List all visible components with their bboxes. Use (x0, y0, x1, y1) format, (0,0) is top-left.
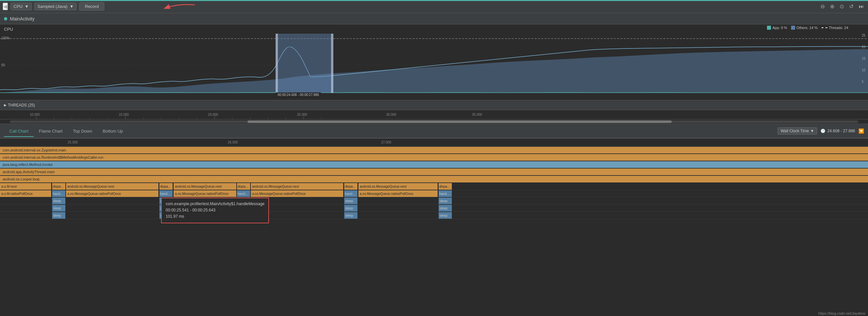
cpu-chevron-icon: ▼ (24, 4, 29, 9)
selection-tooltip: 00:00:24.608 - 00:00:27.886 (276, 92, 321, 97)
svg-text:dispa...: dispa... (53, 185, 63, 188)
back-button[interactable]: ◀ (3, 3, 8, 10)
svg-text:com.android.internal.os.Runtim: com.android.internal.os.RuntimeInit$Meth… (3, 155, 103, 159)
svg-text:android.os.MessageQueue.next: android.os.MessageQueue.next (67, 185, 114, 188)
svg-text:java.lang.reflect.Method.invok: java.lang.reflect.Method.invoke (2, 163, 53, 166)
row-bar-2: com.android.internal.os.RuntimeInit$Meth… (0, 154, 868, 161)
tab-flame-chart[interactable]: Flame Chart (34, 126, 68, 137)
chart-content[interactable]: 25.000 26.000 27.000 com.android.interna… (0, 138, 868, 251)
timeline-ruler: 10.000 15.000 20.000 25.000 30.000 35.00… (0, 110, 868, 119)
toolbar: ◀ CPU ▼ Sampled (Java) ▼ Record ⊖ ⊕ ⊙ ↺ … (0, 0, 868, 13)
threads-label: THREADS (25) (8, 103, 35, 107)
clock-icon: 🕐 (820, 129, 826, 133)
tab-top-down[interactable]: Top Down (68, 126, 97, 137)
sampled-dropdown[interactable]: Sampled (Java) ▼ (34, 3, 76, 10)
filter-icon[interactable]: 🔽 (859, 128, 864, 134)
table-row: com.android.internal.os.ZygoteInit.main (0, 147, 868, 154)
svg-rect-32 (0, 176, 868, 182)
tab-right-controls: Wall Clock Time ▼ 🕐 24.608 - 27.886 🔽 (778, 127, 864, 134)
time-range-display: 🕐 24.608 - 27.886 (820, 129, 855, 133)
sampled-chevron-icon: ▼ (69, 4, 73, 9)
toolbar-right: ⊖ ⊕ ⊙ ↺ ⏭ (819, 3, 865, 10)
svg-rect-5 (276, 34, 278, 93)
dashed-line-icon (822, 27, 828, 28)
chart-mark-27: 27.000 (381, 140, 392, 144)
record-button[interactable]: Record (79, 2, 104, 10)
svg-text:android.os.Looper.loop: android.os.Looper.loop (3, 177, 40, 181)
wall-clock-label: Wall Clock Time (780, 129, 809, 133)
svg-text:android.os.MessageQueue.next: android.os.MessageQueue.next (175, 185, 222, 188)
end-button[interactable]: ⏭ (858, 3, 865, 10)
threads-arrow-icon: ▶ (4, 103, 7, 107)
chart-mark-26: 26.000 (228, 140, 238, 144)
tooltip-duration: 101.97 ms (166, 213, 265, 220)
cpu-waveform (0, 34, 868, 98)
svg-text:android.os.MessageQueue.next: android.os.MessageQueue.next (360, 185, 407, 188)
row-bar-6: a.o.M.next dispa... android.os.MessageQu… (0, 183, 868, 190)
svg-text:dispa...: dispa... (345, 185, 355, 188)
footer-link[interactable]: https://blog.csdn.net/Jaydenx (818, 311, 865, 315)
tab-bottom-up[interactable]: Bottom Up (97, 126, 128, 137)
sampled-label: Sampled (Java) (37, 4, 67, 9)
svg-text:sleep: sleep (53, 207, 61, 210)
legend-others-label: Others: 14 % (796, 26, 817, 30)
tooltip-time-range: 00:00:25.541 - 00:00:25.643 (166, 207, 265, 213)
cpu-label: CPU (13, 4, 23, 9)
svg-text:a.os.MessageQueue.nativePollOn: a.os.MessageQueue.nativePollOnce (252, 192, 306, 196)
table-row: a.o.M.nativePollOnce hand... a.os.Messag… (0, 190, 868, 197)
reset-button[interactable]: ↺ (848, 3, 855, 10)
legend-threads-label: Threads: 24 (829, 26, 848, 30)
svg-text:sleep: sleep (53, 199, 61, 203)
zoom-out-button[interactable]: ⊖ (819, 3, 826, 10)
svg-text:sleep: sleep (53, 214, 61, 217)
y-label-15: 15 (862, 57, 865, 60)
row-bar-sleep-3: sleep sle... sleep sleep (0, 212, 868, 219)
wall-clock-dropdown[interactable]: Wall Clock Time ▼ (778, 127, 817, 134)
tooltip-title: com.example.profilertest.MainActivity$1.… (166, 201, 265, 207)
cpu-legend: App: 0 % Others: 14 % Threads: 24 (767, 26, 848, 30)
cpu-header: CPU App: 0 % Others: 14 % Threads: 24 (0, 24, 868, 34)
svg-rect-4 (276, 34, 333, 93)
main-activity-label: MainActivity (10, 16, 35, 22)
svg-rect-26 (0, 154, 868, 161)
svg-rect-30 (0, 168, 868, 175)
svg-text:sleep: sleep (345, 207, 353, 210)
y-label-20: 20 (862, 45, 865, 49)
row-bar-1: com.android.internal.os.ZygoteInit.main (0, 147, 868, 153)
svg-text:sleep: sleep (440, 214, 447, 217)
svg-text:hand...: hand... (53, 192, 63, 196)
svg-text:dispa...: dispa... (238, 185, 248, 188)
svg-text:a.o.M.nativePollOnce: a.o.M.nativePollOnce (1, 192, 33, 196)
tooltip-popup: com.example.profilertest.MainActivity$1.… (161, 197, 269, 223)
y-label-5: 5 (862, 80, 865, 84)
scrollbar-track (10, 120, 858, 123)
arrow-annotation (158, 2, 198, 15)
table-row: sleep sle... sleep sleep (0, 204, 868, 212)
chart-mark-25: 25.000 (68, 140, 78, 144)
cpu-chart-area[interactable]: 100% 50 00:00:24.608 - 00:00:27.886 (0, 34, 868, 98)
call-chart-rows: com.android.internal.os.ZygoteInit.main … (0, 147, 868, 219)
svg-text:sleep: sleep (345, 214, 353, 217)
footer: https://blog.csdn.net/Jaydenx (816, 311, 868, 316)
tab-call-chart[interactable]: Call Chart (4, 126, 34, 137)
time-range-value: 24.608 - 27.886 (828, 129, 855, 133)
svg-text:hand...: hand... (238, 192, 248, 196)
svg-text:sleep: sleep (440, 199, 447, 203)
fit-button[interactable]: ⊙ (838, 3, 845, 10)
ruler-ticks (20, 110, 868, 119)
svg-text:android.os.MessageQueue.next: android.os.MessageQueue.next (252, 185, 299, 188)
table-row: sleep sle... sleep sleep (0, 197, 868, 204)
timeline-scrollbar[interactable] (0, 119, 868, 124)
cpu-dropdown[interactable]: CPU ▼ (10, 3, 32, 10)
zoom-in-button[interactable]: ⊕ (829, 3, 836, 10)
svg-text:hand...: hand... (160, 192, 170, 196)
threads-bar[interactable]: ▶ THREADS (25) (0, 100, 868, 110)
scrollbar-thumb[interactable] (248, 120, 672, 123)
svg-text:dispa...: dispa... (439, 185, 450, 188)
chart-ruler: 25.000 26.000 27.000 (0, 138, 868, 147)
svg-text:a.os.MessageQueue.nativePollOn: a.os.MessageQueue.nativePollOnce (175, 192, 229, 196)
svg-text:a.o.M.next: a.o.M.next (1, 185, 17, 188)
wall-clock-chevron-icon: ▼ (810, 129, 814, 133)
svg-text:dispa...: dispa... (160, 185, 170, 188)
y-label-25: 25 (862, 34, 865, 37)
